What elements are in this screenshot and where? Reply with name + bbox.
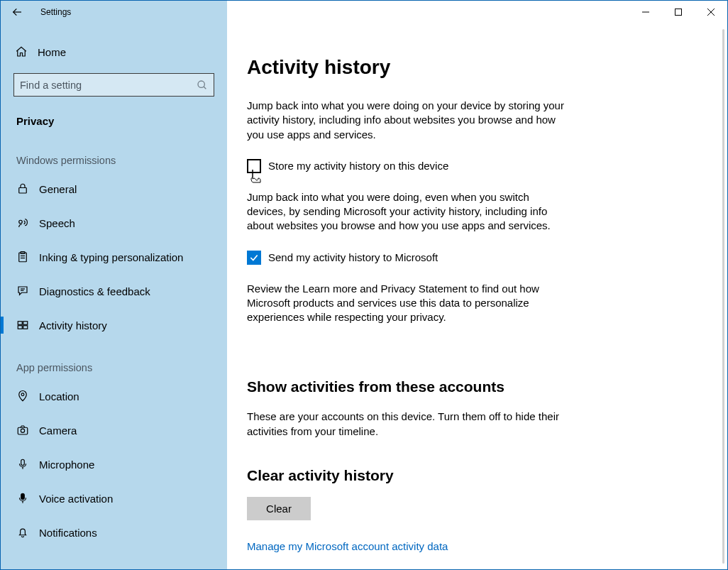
sidebar-item-home[interactable]: Home [1, 38, 227, 66]
sidebar-item-activity-history[interactable]: Activity history [1, 308, 227, 342]
clear-button-label: Clear [266, 503, 292, 515]
sidebar-item-label: Voice activation [39, 493, 113, 505]
sidebar-item-location[interactable]: Location [1, 379, 227, 413]
checkbox-send-label: Send my activity history to Microsoft [268, 251, 438, 263]
back-button[interactable] [1, 1, 33, 23]
manage-account-link[interactable]: Manage my Microsoft account activity dat… [247, 540, 448, 552]
scrollbar[interactable] [722, 29, 724, 564]
lock-icon [16, 182, 29, 195]
page-title: Activity history [247, 56, 660, 79]
bell-icon [16, 526, 29, 539]
body: Home Privacy Windows permissions General [1, 23, 727, 569]
sidebar-item-label: Activity history [39, 319, 107, 331]
sidebar-item-label: Inking & typing personalization [39, 251, 183, 263]
review-text: Review the Learn more and Privacy Statem… [247, 282, 566, 325]
sidebar-item-label: General [39, 183, 77, 195]
microphone-icon [16, 458, 29, 471]
content: Activity history Jump back into what you… [227, 23, 681, 569]
titlebar: Settings [1, 1, 727, 23]
intro-text: Jump back into what you were doing on yo… [247, 99, 566, 142]
checkbox-store-box[interactable] [247, 159, 261, 173]
svg-rect-2 [675, 9, 682, 16]
sidebar-item-label: Diagnostics & feedback [39, 285, 150, 297]
search-box[interactable] [13, 73, 214, 97]
window-controls [629, 1, 727, 23]
sidebar-item-label: Notifications [39, 527, 97, 539]
sidebar-item-notifications[interactable]: Notifications [1, 515, 227, 549]
maximize-icon [675, 9, 682, 16]
sidebar-item-label: Camera [39, 424, 77, 437]
sidebar-item-microphone[interactable]: Microphone [1, 447, 227, 481]
checkbox-send-box[interactable] [247, 251, 261, 265]
sidebar-item-label: Location [39, 390, 79, 402]
checkbox-send-activity[interactable]: Send my activity history to Microsoft [247, 251, 660, 265]
svg-point-8 [19, 220, 23, 224]
clear-history-heading: Clear activity history [247, 467, 660, 484]
checkbox-store-label: Store my activity history on this device [268, 160, 448, 172]
sidebar: Home Privacy Windows permissions General [1, 23, 227, 569]
sidebar-item-label: Microphone [39, 459, 94, 471]
svg-rect-17 [18, 326, 22, 329]
home-icon [15, 45, 28, 58]
search-input[interactable] [20, 80, 197, 91]
voice-icon [16, 492, 29, 505]
sidebar-item-voice-activation[interactable]: Voice activation [1, 481, 227, 515]
speech-icon [16, 217, 29, 229]
location-icon [16, 390, 29, 402]
group-header-app-perms: App permissions [1, 342, 227, 379]
svg-line-6 [204, 87, 206, 89]
activity-icon [16, 319, 29, 331]
svg-point-21 [21, 429, 24, 432]
sidebar-item-general[interactable]: General [1, 172, 227, 206]
checkmark-icon [249, 253, 259, 263]
show-accounts-text: These are your accounts on this device. … [247, 410, 566, 439]
svg-rect-16 [23, 322, 28, 325]
maximize-button[interactable] [662, 1, 695, 23]
clipboard-icon [16, 251, 29, 263]
svg-rect-15 [18, 322, 22, 325]
feedback-icon [16, 285, 29, 297]
sidebar-item-camera[interactable]: Camera [1, 413, 227, 447]
main-panel: Activity history Jump back into what you… [227, 23, 727, 569]
svg-rect-22 [21, 459, 25, 465]
back-arrow-icon [11, 6, 23, 18]
group-header-windows-perms: Windows permissions [1, 135, 227, 172]
sidebar-item-diagnostics[interactable]: Diagnostics & feedback [1, 274, 227, 308]
svg-rect-24 [21, 493, 25, 499]
minimize-button[interactable] [629, 1, 662, 23]
titlebar-left: Settings [1, 1, 227, 23]
sidebar-item-label: Speech [39, 217, 75, 229]
camera-icon [16, 424, 29, 437]
close-icon [707, 9, 715, 16]
minimize-icon [642, 9, 649, 16]
show-accounts-heading: Show activities from these accounts [247, 378, 660, 395]
clear-button[interactable]: Clear [247, 497, 311, 520]
checkbox-store-activity[interactable]: Store my activity history on this device [247, 159, 660, 173]
sidebar-item-label: Home [38, 46, 66, 58]
sidebar-item-inking[interactable]: Inking & typing personalization [1, 240, 227, 274]
svg-rect-7 [19, 188, 27, 194]
svg-rect-18 [23, 326, 28, 329]
svg-point-19 [21, 393, 24, 396]
settings-window: Settings Home [0, 0, 728, 570]
close-button[interactable] [695, 1, 727, 23]
sidebar-item-speech[interactable]: Speech [1, 206, 227, 240]
window-title: Settings [40, 7, 71, 17]
search-icon [197, 80, 208, 91]
svg-point-5 [198, 81, 204, 87]
sync-text: Jump back into what you were doing, even… [247, 190, 566, 234]
section-header-privacy: Privacy [1, 106, 227, 135]
